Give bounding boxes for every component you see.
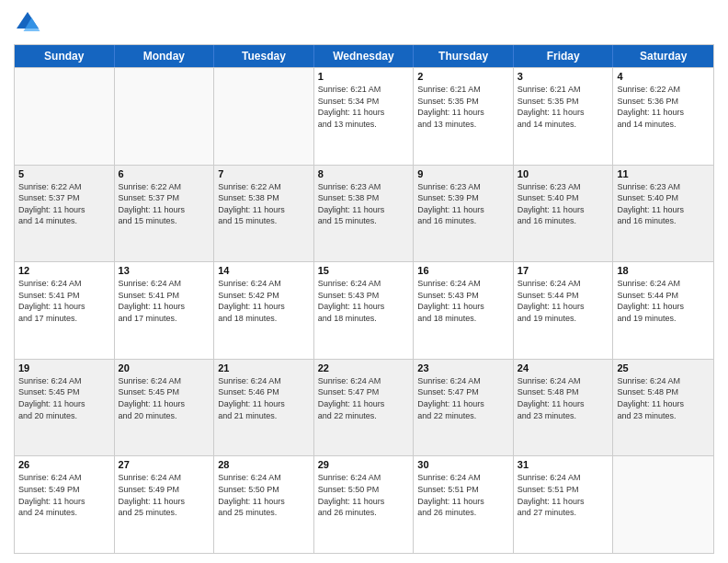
header-day-wednesday: Wednesday [314, 45, 415, 67]
cell-text: Sunrise: 6:24 AMSunset: 5:49 PMDaylight:… [119, 472, 210, 518]
day-number: 16 [417, 265, 509, 276]
day-number: 22 [318, 362, 410, 373]
calendar-cell: 5Sunrise: 6:22 AMSunset: 5:37 PMDaylight… [15, 166, 115, 262]
day-number: 12 [18, 265, 110, 276]
day-number: 14 [218, 265, 310, 276]
cell-text: Sunrise: 6:24 AMSunset: 5:44 PMDaylight:… [617, 278, 710, 324]
calendar-cell: 4Sunrise: 6:22 AMSunset: 5:36 PMDaylight… [613, 68, 713, 165]
calendar-cell: 10Sunrise: 6:23 AMSunset: 5:40 PMDayligh… [514, 166, 614, 262]
cell-text: Sunrise: 6:24 AMSunset: 5:47 PMDaylight:… [417, 375, 509, 421]
calendar-cell: 21Sunrise: 6:24 AMSunset: 5:46 PMDayligh… [214, 360, 314, 456]
calendar-cell: 20Sunrise: 6:24 AMSunset: 5:45 PMDayligh… [115, 360, 215, 456]
cell-text: Sunrise: 6:22 AMSunset: 5:37 PMDaylight:… [119, 181, 210, 227]
day-number: 4 [617, 71, 710, 82]
day-number: 3 [518, 71, 609, 82]
calendar-body: 1Sunrise: 6:21 AMSunset: 5:34 PMDaylight… [15, 67, 713, 553]
cell-text: Sunrise: 6:24 AMSunset: 5:45 PMDaylight:… [119, 375, 210, 421]
cell-text: Sunrise: 6:23 AMSunset: 5:40 PMDaylight:… [518, 181, 609, 227]
day-number: 8 [318, 168, 410, 179]
cell-text: Sunrise: 6:24 AMSunset: 5:49 PMDaylight:… [18, 472, 110, 518]
cell-text: Sunrise: 6:24 AMSunset: 5:48 PMDaylight:… [518, 375, 609, 421]
header-day-thursday: Thursday [414, 45, 514, 67]
day-number: 21 [218, 362, 310, 373]
calendar-cell [15, 68, 115, 165]
day-number: 10 [518, 168, 609, 179]
calendar-cell: 26Sunrise: 6:24 AMSunset: 5:49 PMDayligh… [15, 456, 115, 553]
day-number: 26 [18, 459, 110, 470]
cell-text: Sunrise: 6:24 AMSunset: 5:50 PMDaylight:… [218, 472, 310, 518]
cell-text: Sunrise: 6:24 AMSunset: 5:41 PMDaylight:… [18, 278, 110, 324]
calendar-header: SundayMondayTuesdayWednesdayThursdayFrid… [15, 45, 713, 67]
day-number: 24 [518, 362, 609, 373]
day-number: 18 [617, 265, 710, 276]
calendar-cell [214, 68, 314, 165]
logo-icon [14, 9, 41, 37]
calendar-cell [115, 68, 215, 165]
day-number: 1 [318, 71, 410, 82]
day-number: 28 [218, 459, 310, 470]
day-number: 7 [218, 168, 310, 179]
cell-text: Sunrise: 6:21 AMSunset: 5:35 PMDaylight:… [518, 84, 609, 130]
cell-text: Sunrise: 6:22 AMSunset: 5:36 PMDaylight:… [617, 84, 710, 130]
header-day-sunday: Sunday [15, 45, 115, 67]
calendar-cell: 24Sunrise: 6:24 AMSunset: 5:48 PMDayligh… [514, 360, 614, 456]
day-number: 27 [119, 459, 210, 470]
cell-text: Sunrise: 6:24 AMSunset: 5:41 PMDaylight:… [119, 278, 210, 324]
cell-text: Sunrise: 6:21 AMSunset: 5:34 PMDaylight:… [318, 84, 410, 130]
cell-text: Sunrise: 6:22 AMSunset: 5:38 PMDaylight:… [218, 181, 310, 227]
day-number: 20 [119, 362, 210, 373]
calendar-cell: 13Sunrise: 6:24 AMSunset: 5:41 PMDayligh… [115, 262, 215, 359]
cell-text: Sunrise: 6:24 AMSunset: 5:44 PMDaylight:… [518, 278, 609, 324]
page: SundayMondayTuesdayWednesdayThursdayFrid… [0, 0, 728, 563]
calendar-cell: 15Sunrise: 6:24 AMSunset: 5:43 PMDayligh… [314, 262, 415, 359]
cell-text: Sunrise: 6:24 AMSunset: 5:48 PMDaylight:… [617, 375, 710, 421]
day-number: 11 [617, 168, 710, 179]
calendar-cell [613, 456, 713, 553]
calendar-row-0: 1Sunrise: 6:21 AMSunset: 5:34 PMDaylight… [15, 67, 713, 165]
calendar-cell: 31Sunrise: 6:24 AMSunset: 5:51 PMDayligh… [514, 456, 614, 553]
header-day-friday: Friday [514, 45, 614, 67]
cell-text: Sunrise: 6:24 AMSunset: 5:46 PMDaylight:… [218, 375, 310, 421]
cell-text: Sunrise: 6:24 AMSunset: 5:43 PMDaylight:… [318, 278, 410, 324]
calendar-cell: 18Sunrise: 6:24 AMSunset: 5:44 PMDayligh… [613, 262, 713, 359]
calendar-cell: 3Sunrise: 6:21 AMSunset: 5:35 PMDaylight… [514, 68, 614, 165]
day-number: 19 [18, 362, 110, 373]
calendar-row-3: 19Sunrise: 6:24 AMSunset: 5:45 PMDayligh… [15, 359, 713, 456]
calendar-cell: 1Sunrise: 6:21 AMSunset: 5:34 PMDaylight… [314, 68, 415, 165]
calendar-cell: 19Sunrise: 6:24 AMSunset: 5:45 PMDayligh… [15, 360, 115, 456]
calendar-cell: 23Sunrise: 6:24 AMSunset: 5:47 PMDayligh… [414, 360, 514, 456]
day-number: 29 [318, 459, 410, 470]
day-number: 2 [417, 71, 509, 82]
header [14, 9, 714, 37]
calendar-row-1: 5Sunrise: 6:22 AMSunset: 5:37 PMDaylight… [15, 165, 713, 262]
calendar-cell: 8Sunrise: 6:23 AMSunset: 5:38 PMDaylight… [314, 166, 415, 262]
calendar-cell: 29Sunrise: 6:24 AMSunset: 5:50 PMDayligh… [314, 456, 415, 553]
cell-text: Sunrise: 6:23 AMSunset: 5:38 PMDaylight:… [318, 181, 410, 227]
cell-text: Sunrise: 6:24 AMSunset: 5:47 PMDaylight:… [318, 375, 410, 421]
cell-text: Sunrise: 6:22 AMSunset: 5:37 PMDaylight:… [18, 181, 110, 227]
day-number: 5 [18, 168, 110, 179]
cell-text: Sunrise: 6:24 AMSunset: 5:42 PMDaylight:… [218, 278, 310, 324]
calendar-cell: 16Sunrise: 6:24 AMSunset: 5:43 PMDayligh… [414, 262, 514, 359]
cell-text: Sunrise: 6:23 AMSunset: 5:39 PMDaylight:… [417, 181, 509, 227]
cell-text: Sunrise: 6:24 AMSunset: 5:50 PMDaylight:… [318, 472, 410, 518]
calendar-cell: 6Sunrise: 6:22 AMSunset: 5:37 PMDaylight… [115, 166, 215, 262]
header-day-monday: Monday [115, 45, 215, 67]
day-number: 30 [417, 459, 509, 470]
calendar-cell: 28Sunrise: 6:24 AMSunset: 5:50 PMDayligh… [214, 456, 314, 553]
cell-text: Sunrise: 6:24 AMSunset: 5:51 PMDaylight:… [518, 472, 609, 518]
calendar-cell: 30Sunrise: 6:24 AMSunset: 5:51 PMDayligh… [414, 456, 514, 553]
cell-text: Sunrise: 6:24 AMSunset: 5:43 PMDaylight:… [417, 278, 509, 324]
day-number: 6 [119, 168, 210, 179]
cell-text: Sunrise: 6:24 AMSunset: 5:51 PMDaylight:… [417, 472, 509, 518]
cell-text: Sunrise: 6:23 AMSunset: 5:40 PMDaylight:… [617, 181, 710, 227]
calendar-cell: 11Sunrise: 6:23 AMSunset: 5:40 PMDayligh… [613, 166, 713, 262]
day-number: 31 [518, 459, 609, 470]
calendar-cell: 22Sunrise: 6:24 AMSunset: 5:47 PMDayligh… [314, 360, 415, 456]
day-number: 13 [119, 265, 210, 276]
calendar-cell: 17Sunrise: 6:24 AMSunset: 5:44 PMDayligh… [514, 262, 614, 359]
logo [14, 9, 45, 37]
calendar-cell: 9Sunrise: 6:23 AMSunset: 5:39 PMDaylight… [414, 166, 514, 262]
calendar-row-4: 26Sunrise: 6:24 AMSunset: 5:49 PMDayligh… [15, 455, 713, 553]
calendar-cell: 27Sunrise: 6:24 AMSunset: 5:49 PMDayligh… [115, 456, 215, 553]
